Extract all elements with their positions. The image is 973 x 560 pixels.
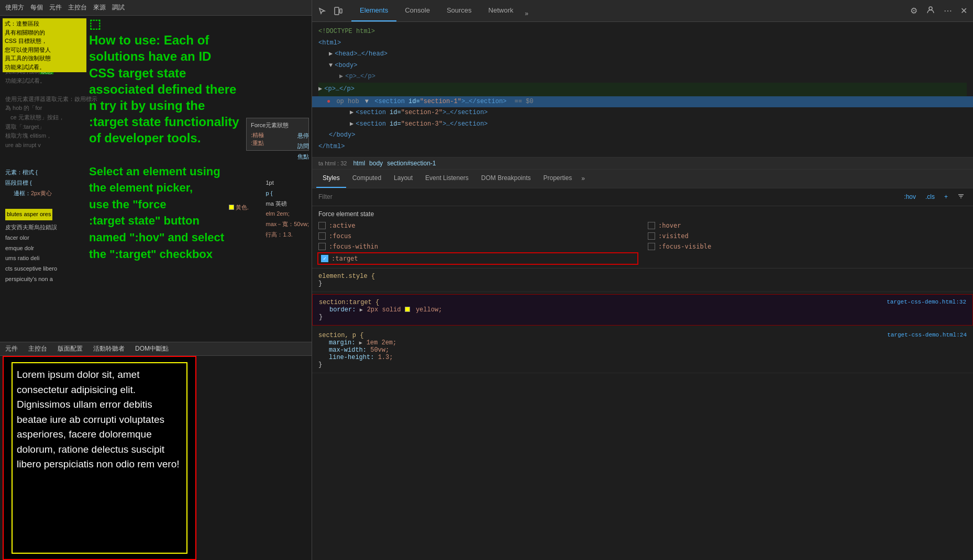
yellow-color-swatch[interactable] xyxy=(405,307,410,312)
breadcrumb-body[interactable]: body xyxy=(369,160,383,167)
target-rule-border-prop: border: ▶ 2px solid yellow; xyxy=(319,306,966,313)
styles-tabbar: Styles Computed Layout Event Listeners D… xyxy=(312,170,973,188)
sub-nav-item-3[interactable]: 版面配置 xyxy=(58,344,83,353)
cn-nav-item-2[interactable]: 每個 xyxy=(30,3,43,12)
dom-html[interactable]: <html> xyxy=(318,38,967,49)
dom-html-close[interactable]: </html> xyxy=(318,141,967,153)
force-state-active[interactable]: :active xyxy=(318,222,637,229)
devtools-panel: Elements Console Sources Network » ⚙ ⋯ ✕… xyxy=(312,0,973,560)
checkbox-hover[interactable] xyxy=(648,222,655,229)
lorem-text: Lorem ipsum dolor sit, amet consectetur … xyxy=(17,369,180,469)
label-visited: :visited xyxy=(658,232,689,240)
devtools-left-icons xyxy=(316,5,344,17)
tab-more-icon[interactable]: » xyxy=(522,6,532,21)
tab-dom-breakpoints[interactable]: DOM Breakpoints xyxy=(475,170,537,188)
dom-body[interactable]: ▼<body> xyxy=(318,60,967,72)
filter-bar: :hov .cls + xyxy=(312,188,973,206)
profile-icon[interactable] xyxy=(924,4,937,18)
tab-styles[interactable]: Styles xyxy=(316,170,346,188)
blutes-tag: blutes asper ores xyxy=(5,209,52,220)
sub-nav-item-2[interactable]: 主控台 xyxy=(28,344,47,353)
margin-triangle[interactable]: ▶ xyxy=(359,340,366,346)
svg-rect-1 xyxy=(340,9,342,13)
more-options-icon[interactable]: ⋯ xyxy=(942,4,954,17)
force-state-focus-visible[interactable]: :focus-visible xyxy=(648,243,967,250)
dom-body-close[interactable]: </body> xyxy=(318,130,967,141)
lorem-inner-box: Lorem ipsum dolor sit, amet consectetur … xyxy=(12,362,187,554)
tab-network[interactable]: Network xyxy=(480,0,522,21)
devtools-tabs: Elements Console Sources Network » xyxy=(351,0,532,21)
force-state-hover[interactable]: :hover xyxy=(648,222,967,229)
lorem-ipsum-box: Lorem ipsum dolor sit, amet consectetur … xyxy=(3,356,196,560)
sub-nav[interactable]: 元件 主控台 版面配置 活動聆聽者 DOM中斷點 xyxy=(0,342,312,356)
label-focus: :focus xyxy=(329,232,351,240)
dom-section3[interactable]: ▶<section id="section-3">…</section> xyxy=(318,119,967,130)
force-state-focus[interactable]: :focus xyxy=(318,232,637,240)
element-picker-icon[interactable] xyxy=(316,5,328,17)
checkbox-visited[interactable] xyxy=(648,232,655,240)
section-p-rule: target-css-demo.html:24 section, p { mar… xyxy=(312,328,973,373)
breadcrumb-bar: ta html : 32 html body section#section-1 xyxy=(312,158,973,170)
tab-computed[interactable]: Computed xyxy=(346,170,388,188)
filter-buttons: :hov .cls + xyxy=(902,192,967,203)
label-hover: :hover xyxy=(658,222,681,229)
svg-point-2 xyxy=(929,7,932,10)
dom-head[interactable]: ▶<head>…</head> xyxy=(318,49,967,60)
label-target: :target xyxy=(331,255,358,262)
dom-section1-selected[interactable]: ● op hob ▼ <section id="section-1">…</se… xyxy=(312,96,973,108)
styles-tab-more[interactable]: » xyxy=(578,171,588,186)
section-p-selector: section, p { xyxy=(318,332,363,339)
breadcrumb-section[interactable]: section#section-1 xyxy=(387,160,436,167)
force-state-small-title: Force元素狀態 xyxy=(251,121,304,129)
element-style-selector: element.style { xyxy=(318,273,375,280)
breadcrumb-html[interactable]: html xyxy=(353,160,365,167)
cn-nav-item-3[interactable]: 元件 xyxy=(49,3,62,12)
cn-nav[interactable]: 使用方 每個 元件 主控台 來源 調試 xyxy=(0,0,312,16)
filter-input[interactable] xyxy=(318,193,902,200)
dom-section2[interactable]: ▶<section id="section-2">…</section> xyxy=(318,107,967,119)
sub-nav-item-5[interactable]: DOM中斷點 xyxy=(135,344,169,353)
filter-cls-btn[interactable]: .cls xyxy=(923,192,937,201)
tab-elements[interactable]: Elements xyxy=(351,0,396,21)
cn-tooltip: 式：達整區段 具有相關聯的的 CSS 目標狀態， 您可以使用開發人 員工具的強制… xyxy=(3,18,86,72)
force-state-grid: :active :hover :focus :visited :focus-wi… xyxy=(318,222,967,264)
checkbox-focus[interactable] xyxy=(318,232,326,240)
breadcrumb-line-info: ta html : 32 xyxy=(318,160,347,166)
section-p-source[interactable]: target-css-demo.html:24 xyxy=(887,332,967,338)
target-rule-source[interactable]: target-css-demo.html:32 xyxy=(887,299,966,305)
force-state-focus-within[interactable]: :focus-within xyxy=(318,243,637,250)
border-triangle[interactable]: ▶ xyxy=(360,307,366,313)
checkbox-target[interactable] xyxy=(321,255,328,262)
checkbox-active[interactable] xyxy=(318,222,326,229)
cn-nav-item-5[interactable]: 來源 xyxy=(93,3,106,12)
filter-hov-btn[interactable]: :hov xyxy=(902,192,918,201)
tab-event-listeners[interactable]: Event Listeners xyxy=(419,170,475,188)
close-icon[interactable]: ✕ xyxy=(959,4,969,17)
cn-nav-item-4[interactable]: 主控台 xyxy=(68,3,87,12)
filter-expand-icon[interactable] xyxy=(955,192,967,203)
sub-nav-item-1[interactable]: 元件 xyxy=(5,344,18,353)
cn-nav-item-1[interactable]: 使用方 xyxy=(5,3,24,12)
sub-nav-item-4[interactable]: 活動聆聽者 xyxy=(93,344,125,353)
left-panel: 使用方 每個 元件 主控台 來源 調試 式：達整區段 具有相關聯的的 CSS 目… xyxy=(0,0,312,560)
tab-console[interactable]: Console xyxy=(396,0,438,21)
element-style-rule: element.style { } xyxy=(312,268,973,292)
tab-layout[interactable]: Layout xyxy=(388,170,419,188)
dom-doctype: <!DOCTYPE html> xyxy=(318,26,967,38)
dom-p1[interactable]: ▶<p>…</p> xyxy=(318,71,967,83)
label-focus-visible: :focus-visible xyxy=(658,243,711,250)
left-lorem-props: 1pt p { ma 英磅 elm 2em; max－寬：50vw; 行高：1.… xyxy=(266,178,309,240)
tab-properties[interactable]: Properties xyxy=(537,170,579,188)
devtools-topbar: Elements Console Sources Network » ⚙ ⋯ ✕ xyxy=(312,0,973,22)
checkbox-focus-within[interactable] xyxy=(318,243,326,250)
device-mode-icon[interactable] xyxy=(332,5,344,17)
checkbox-focus-visible[interactable] xyxy=(648,243,655,250)
tab-sources[interactable]: Sources xyxy=(438,0,480,21)
dom-p2[interactable]: ▶<p>…</p> xyxy=(318,83,967,96)
settings-icon[interactable]: ⚙ xyxy=(909,4,919,17)
force-state-target[interactable]: :target xyxy=(318,253,637,264)
dom-tree: <!DOCTYPE html> <html> ▶<head>…</head> ▼… xyxy=(312,22,973,158)
cn-nav-item-6[interactable]: 調試 xyxy=(112,3,125,12)
force-state-visited[interactable]: :visited xyxy=(648,232,967,240)
filter-add-btn[interactable]: + xyxy=(942,192,950,201)
